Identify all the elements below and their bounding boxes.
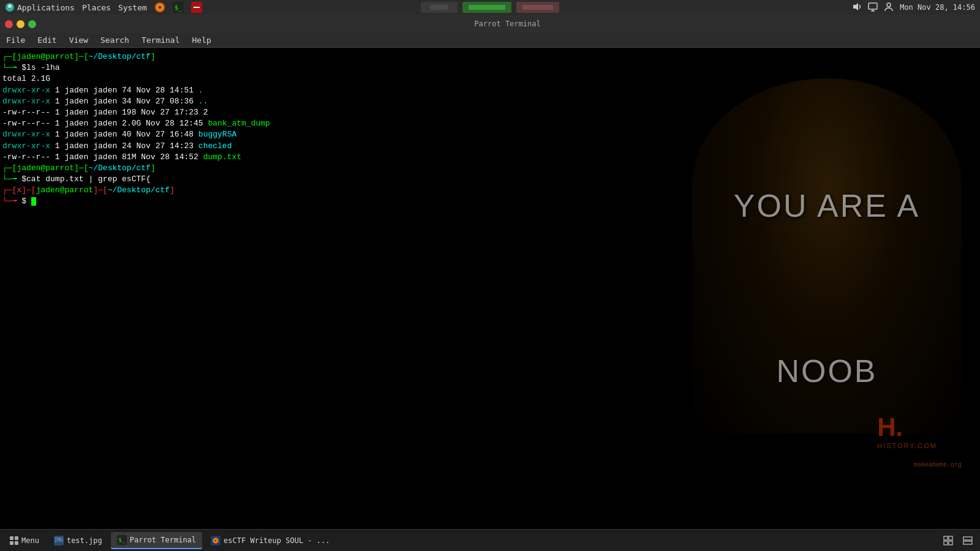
misc-icon[interactable] (191, 2, 202, 13)
menu-search[interactable]: Search (97, 34, 133, 46)
taskbar-item-browser-label: esCTF Writeup SOUL - ... (224, 536, 330, 545)
meme-bottom-text: NOOB (776, 353, 877, 389)
history-text: HISTORY.COM (877, 442, 937, 449)
prompt-path-1: ~/Desktop/ctf (88, 52, 150, 61)
applications-menu[interactable]: Applications (17, 3, 75, 12)
terminal-line-2b: └─╼ $cat dump.txt | grep esCTF{ (2, 174, 316, 185)
ls-line-dump: -rw-r--r-- 1 jaden jaden 81M Nov 28 14:5… (2, 152, 316, 163)
terminal-cursor (31, 197, 36, 206)
svg-rect-24 (949, 541, 952, 545)
ls-line-dot: drwxr-xr-x 1 jaden jaden 74 Nov 28 14:51… (2, 85, 316, 96)
top-bar-center (421, 2, 559, 13)
cmd-ls: $ls -lha (21, 63, 59, 72)
meme-overlay: YOU ARE A NOOB (674, 48, 980, 529)
menu-file[interactable]: File (2, 34, 29, 46)
terminal-line-1: ┌─[jaden@parrot]─[~/Desktop/ctf] (2, 51, 316, 62)
maximize-button[interactable] (28, 20, 36, 28)
svg-rect-16 (10, 541, 13, 545)
network-icon[interactable] (884, 2, 894, 13)
clock: Mon Nov 28, 14:56 (900, 3, 975, 12)
history-logo: H. HISTORY.COM (877, 413, 937, 449)
display-icon[interactable] (868, 2, 878, 13)
ls-line-buggy: drwxr-xr-x 1 jaden jaden 40 Nov 27 16:48… (2, 129, 316, 140)
taskbar-item-testjpg-label: test.jpg (67, 536, 102, 545)
firefox-icon[interactable] (154, 2, 165, 13)
terminal-line-1b: └─╼ $ls -lha (2, 62, 316, 73)
system-menu[interactable]: System (118, 3, 147, 12)
terminal-line-3b: └─╼ $ (2, 196, 316, 207)
top-bar-left: Applications Places System $_ (5, 2, 202, 13)
browser-taskbar-icon (211, 536, 221, 545)
taskbar-item-browser[interactable]: esCTF Writeup SOUL - ... (205, 532, 336, 549)
menu-edit[interactable]: Edit (34, 34, 60, 46)
svg-marker-9 (853, 3, 858, 10)
terminal-window: Parrot Terminal File Edit View Search Te… (0, 15, 980, 48)
svg-rect-21 (944, 536, 948, 540)
terminal-line-3: ┌─[x]─[jaden@parrot]─[~/Desktop/ctf] (2, 185, 316, 196)
parrot-logo[interactable]: Applications (5, 2, 75, 12)
ls-line-bank: -rw-r--r-- 1 jaden jaden 2.0G Nov 28 12:… (2, 118, 316, 129)
menu-terminal[interactable]: Terminal (138, 34, 184, 46)
image-taskbar-icon: IMG (54, 536, 64, 545)
svg-rect-15 (15, 536, 18, 540)
terminal-topbar-icon[interactable]: $_ (173, 2, 184, 13)
menu-help[interactable]: Help (189, 34, 215, 46)
svg-rect-10 (869, 3, 877, 9)
prompt-open-bracket: ┌─[ (2, 52, 17, 61)
ls-line-checled: drwxr-xr-x 1 jaden jaden 24 Nov 27 14:23… (2, 141, 316, 152)
taskbar-grid-view[interactable] (940, 532, 957, 549)
svg-point-1 (8, 4, 12, 8)
ls-total: total 2.1G (2, 73, 316, 84)
prompt-close-1: ] (151, 52, 156, 61)
svg-rect-17 (15, 541, 18, 545)
terminal-line-2: ┌─[jaden@parrot]─[~/Desktop/ctf] (2, 163, 316, 174)
taskbar-item-terminal[interactable]: $_ Parrot Terminal (111, 532, 202, 549)
prompt-dash-1: ]─[ (74, 52, 88, 61)
prompt-user-1: jaden@parrot (17, 52, 74, 61)
svg-rect-22 (949, 536, 952, 540)
close-button[interactable] (5, 20, 13, 28)
taskbar-item-testjpg[interactable]: IMG test.jpg (48, 532, 108, 549)
taskbar-window-list[interactable] (959, 532, 976, 549)
volume-icon[interactable] (852, 2, 862, 13)
terminal-output: ┌─[jaden@parrot]─[~/Desktop/ctf] └─╼ $ls… (0, 48, 318, 211)
top-bar-right: Mon Nov 28, 14:56 (852, 2, 975, 13)
taskbar: Menu IMG test.jpg $_ Parrot Terminal esC… (0, 529, 980, 551)
history-h: H. (877, 413, 937, 442)
prompt-arrow-1: └─╼ (2, 63, 21, 72)
svg-text:$_: $_ (175, 4, 183, 12)
svg-rect-23 (944, 541, 948, 545)
makeameme-credit: makeameme.org (914, 461, 962, 468)
svg-rect-26 (963, 541, 972, 544)
meme-top-text: YOU ARE A (734, 187, 920, 224)
window-titlebar: Parrot Terminal (0, 15, 980, 33)
window-title: Parrot Terminal (40, 20, 975, 28)
menu-view[interactable]: View (66, 34, 92, 46)
svg-point-13 (887, 3, 891, 7)
svg-rect-14 (10, 536, 13, 540)
svg-point-20 (215, 539, 217, 541)
menu-label: Menu (21, 536, 39, 545)
terminal-taskbar-icon: $_ (117, 535, 127, 545)
top-system-bar: Applications Places System $_ (0, 0, 980, 15)
menu-grid-icon (10, 536, 18, 545)
places-menu[interactable]: Places (82, 3, 111, 12)
ls-line-dotdot: drwxr-xr-x 1 jaden jaden 34 Nov 27 08:36… (2, 96, 316, 107)
taskbar-right (940, 532, 976, 549)
minimize-button[interactable] (17, 20, 24, 28)
ls-line-2: -rw-r--r-- 1 jaden jaden 198 Nov 27 17:2… (2, 107, 316, 118)
svg-rect-25 (963, 537, 972, 540)
terminal-body[interactable]: YOU ARE A NOOB H. HISTORY.COM makeameme.… (0, 48, 980, 529)
svg-point-4 (158, 6, 161, 9)
taskbar-menu-button[interactable]: Menu (4, 532, 45, 549)
taskbar-item-terminal-label: Parrot Terminal (130, 536, 196, 544)
menu-bar: File Edit View Search Terminal Help (0, 33, 980, 48)
